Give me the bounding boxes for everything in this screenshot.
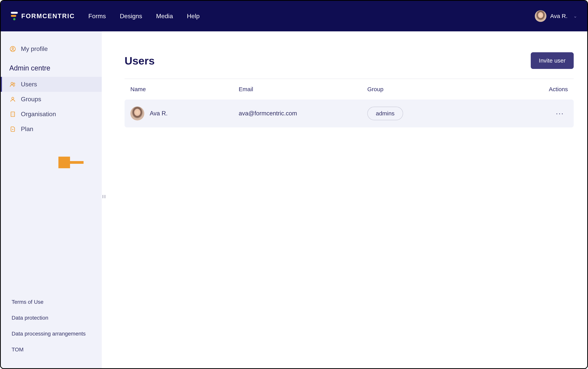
sidebar: My profile Admin centre Users	[1, 31, 102, 368]
footer-data-processing[interactable]: Data processing arrangements	[12, 331, 91, 337]
sidebar-section-title: Admin centre	[1, 56, 102, 77]
avatar	[130, 106, 144, 120]
sidebar-item-label: Users	[21, 81, 37, 88]
sidebar-item-label: Organisation	[21, 111, 56, 118]
table-row[interactable]: Ava R. ava@formcentric.com admins ···	[125, 100, 574, 127]
row-user-name: Ava R.	[150, 110, 167, 117]
svg-rect-5	[11, 112, 15, 117]
nav-help[interactable]: Help	[187, 13, 200, 20]
brand-name: FORMCENTRIC	[21, 12, 75, 20]
sidebar-footer: Terms of Use Data protection Data proces…	[1, 299, 102, 360]
column-name[interactable]: Name	[130, 86, 239, 92]
user-menu[interactable]: Ava R. ⌄	[535, 10, 577, 22]
svg-point-3	[13, 83, 15, 84]
avatar	[535, 10, 546, 22]
nav-designs[interactable]: Designs	[120, 13, 142, 20]
sidebar-item-plan[interactable]: Plan	[1, 122, 102, 136]
footer-terms[interactable]: Terms of Use	[12, 299, 91, 305]
groups-icon	[9, 96, 16, 103]
content-area: Users Invite user Name Email Group Actio…	[102, 31, 587, 368]
user-circle-icon	[9, 45, 16, 52]
sidebar-item-organisation[interactable]: Organisation	[1, 107, 102, 122]
sidebar-item-groups[interactable]: Groups	[1, 92, 102, 107]
nav-media[interactable]: Media	[156, 13, 173, 20]
nav-forms[interactable]: Forms	[88, 13, 106, 20]
footer-data-protection[interactable]: Data protection	[12, 315, 91, 321]
sidebar-item-users[interactable]: Users	[1, 77, 102, 92]
sidebar-item-label: Plan	[21, 125, 33, 133]
row-actions-menu[interactable]: ···	[529, 109, 568, 118]
group-badge[interactable]: admins	[367, 107, 403, 120]
topbar: FORMCENTRIC Forms Designs Media Help Ava…	[1, 1, 587, 31]
logo-icon	[11, 12, 18, 20]
column-actions: Actions	[529, 86, 568, 92]
svg-point-2	[11, 82, 13, 84]
invite-user-button[interactable]: Invite user	[531, 52, 574, 69]
column-email[interactable]: Email	[239, 86, 367, 92]
sidebar-collapse-handle[interactable]: II	[102, 194, 106, 199]
row-user-email: ava@formcentric.com	[239, 110, 367, 117]
column-group[interactable]: Group	[367, 86, 529, 92]
sidebar-item-profile[interactable]: My profile	[1, 41, 102, 56]
document-icon	[9, 126, 16, 133]
user-display-name: Ava R.	[550, 13, 568, 19]
svg-point-1	[12, 47, 14, 49]
building-icon	[9, 111, 16, 118]
top-navigation: Forms Designs Media Help	[88, 13, 200, 20]
sidebar-item-label: My profile	[21, 45, 48, 52]
svg-point-4	[12, 97, 14, 99]
footer-tom[interactable]: TOM	[12, 347, 91, 353]
chevron-down-icon: ⌄	[573, 13, 577, 19]
sidebar-item-label: Groups	[21, 96, 41, 103]
table-header: Name Email Group Actions	[125, 79, 574, 100]
users-icon	[9, 81, 16, 88]
more-icon: ···	[556, 109, 564, 117]
page-title: Users	[125, 54, 155, 67]
brand-logo[interactable]: FORMCENTRIC	[11, 12, 75, 20]
